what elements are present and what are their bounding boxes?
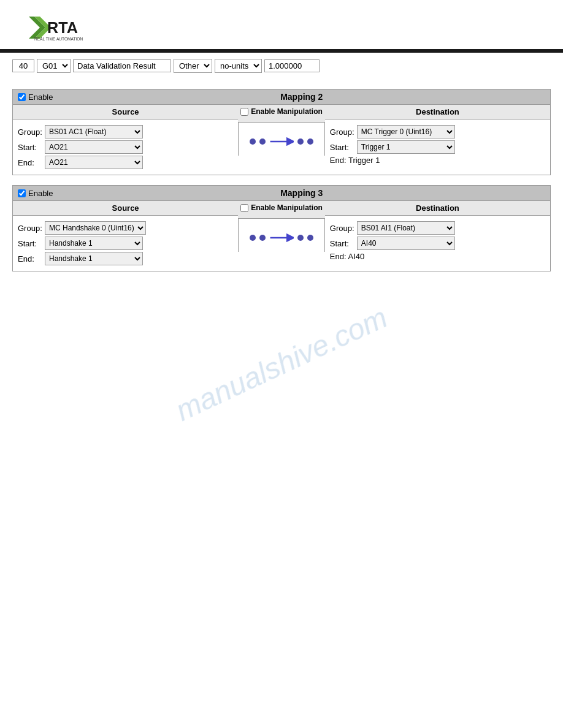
mapping3-manip-label: Enable Manipulation	[251, 203, 323, 212]
mapping2-manip-header: Enable Manipulation	[238, 105, 325, 123]
mapping3-header: Enable Mapping 3	[13, 186, 550, 200]
dot3	[297, 138, 304, 145]
mapping2-header: Enable Mapping 2	[13, 89, 550, 104]
mapping3-source-header: Source	[13, 201, 238, 216]
mapping2-manip-row: Enable Manipulation	[240, 107, 323, 116]
mapping3-dest-start-row: Start: AI40	[330, 237, 545, 250]
dot2	[259, 138, 266, 145]
dot1	[250, 138, 256, 145]
mapping3-source-group-label: Group:	[18, 224, 42, 233]
row-number: 40	[12, 59, 34, 72]
mapping3-arrow	[250, 229, 313, 247]
mapping3-dest-group-row: Group: BS01 AI1 (Float)	[330, 221, 545, 235]
mapping3-dest-end-label: End:	[330, 252, 347, 261]
mapping2-enable-label: Enable	[28, 93, 53, 102]
mapping2-source-start-label: Start:	[18, 143, 42, 152]
mapping3-card: Enable Mapping 3 Source Group: MC Handsh…	[12, 185, 551, 271]
mapping3-source: Group: MC Handshake 0 (Uint16) Start: Ha…	[13, 216, 238, 271]
mapping2-source-start-row: Start: AO21	[18, 140, 233, 154]
arrow-icon-2	[269, 229, 294, 247]
mapping3-dest-group-label: Group:	[330, 224, 354, 233]
type-select[interactable]: Other	[174, 59, 212, 73]
mapping3-checkbox[interactable]	[18, 189, 26, 197]
mapping2-source-end-row: End: AO21	[18, 156, 233, 169]
mapping3-title: Mapping 3	[58, 188, 545, 198]
mapping2-source-group-select[interactable]: BS01 AC1 (Float)	[45, 125, 143, 138]
mapping3-source-start-select[interactable]: Handshake 1	[45, 237, 143, 250]
mapping2-source-end-select[interactable]: AO21	[45, 156, 143, 169]
mapping2-dest-group-row: Group: MC Trigger 0 (Uint16)	[330, 125, 545, 138]
mapping2-columns: Source Group: BS01 AC1 (Float) Start: AO…	[13, 104, 550, 175]
mapping2-dest-end-label: End:	[330, 156, 347, 165]
mapping2-arrow	[250, 132, 313, 151]
header: RTA REAL TIME AUTOMATION	[0, 0, 563, 49]
mapping3-dest-end-row: End: AI40	[330, 252, 545, 261]
mapping3-source-start-row: Start: Handshake 1	[18, 237, 233, 250]
mapping3-dest-header: Destination	[325, 201, 550, 216]
dot6	[259, 235, 266, 241]
group-select[interactable]: G01	[37, 59, 71, 73]
mapping3-manip-header: Enable Manipulation	[238, 201, 325, 219]
mapping3-source-end-label: End:	[18, 254, 42, 264]
mapping2-arrow-area	[238, 123, 325, 156]
arrow-icon	[269, 132, 294, 151]
dot8	[307, 235, 313, 241]
mapping2-dest-group-select[interactable]: MC Trigger 0 (Uint16)	[357, 125, 455, 138]
mapping2-source: Group: BS01 AC1 (Float) Start: AO21 End:…	[13, 119, 238, 175]
mapping2-dest-end-value: Trigger 1	[348, 156, 380, 165]
mapping2-dest-start-row: Start: Trigger 1	[330, 140, 545, 154]
mapping2-source-group-label: Group:	[18, 127, 42, 137]
svg-text:REAL TIME AUTOMATION: REAL TIME AUTOMATION	[34, 37, 83, 41]
mapping3-dest-cell: Destination Group: BS01 AI1 (Float) Star…	[325, 201, 550, 271]
mapping2-manip-cell: Enable Manipulation	[238, 105, 325, 175]
mapping3-manip-checkbox[interactable]	[240, 204, 248, 212]
mapping2-source-group-row: Group: BS01 AC1 (Float)	[18, 125, 233, 138]
mapping2-dest-end-row: End: Trigger 1	[330, 156, 545, 165]
mapping2-title: Mapping 2	[58, 92, 545, 102]
mapping2-dest: Group: MC Trigger 0 (Uint16) Start: Trig…	[325, 119, 550, 170]
mapping2-dest-header: Destination	[325, 105, 550, 119]
dot7	[297, 235, 304, 241]
mapping2-manip-checkbox[interactable]	[240, 108, 248, 116]
rta-logo: RTA REAL TIME AUTOMATION	[12, 6, 86, 49]
mapping3-enable[interactable]: Enable	[18, 189, 53, 198]
mapping3-dest-end-value: AI40	[348, 252, 364, 261]
mapping2-enable[interactable]: Enable	[18, 93, 53, 102]
data-label: Data Validation Result	[73, 59, 171, 72]
logo: RTA REAL TIME AUTOMATION	[12, 6, 86, 49]
units-select[interactable]: no-units	[215, 59, 262, 73]
svg-text:RTA: RTA	[47, 19, 78, 36]
mapping3-enable-label: Enable	[28, 189, 53, 198]
mapping2-manip-label: Enable Manipulation	[251, 107, 323, 116]
mapping2-dest-cell: Destination Group: MC Trigger 0 (Uint16)…	[325, 105, 550, 175]
mapping3-dest: Group: BS01 AI1 (Float) Start: AI40 End:…	[325, 216, 550, 267]
mapping2-source-end-label: End:	[18, 158, 42, 167]
mapping3-manip-row: Enable Manipulation	[240, 203, 323, 212]
mapping3-manip-cell: Enable Manipulation	[238, 201, 325, 271]
mapping2-source-start-select[interactable]: AO21	[45, 140, 143, 154]
top-row: 40 G01 Data Validation Result Other no-u…	[0, 53, 563, 79]
mapping3-source-cell: Source Group: MC Handshake 0 (Uint16) St…	[13, 201, 238, 271]
mapping3-source-group-row: Group: MC Handshake 0 (Uint16)	[18, 221, 233, 235]
mapping2-dest-group-label: Group:	[330, 127, 354, 137]
mapping3-columns: Source Group: MC Handshake 0 (Uint16) St…	[13, 200, 550, 271]
mapping3-arrow-area	[238, 219, 325, 252]
mapping3-source-end-select[interactable]: Handshake 1	[45, 252, 143, 265]
mapping3-dest-start-label: Start:	[330, 239, 354, 248]
mapping3-source-group-select[interactable]: MC Handshake 0 (Uint16)	[45, 221, 146, 235]
mapping3-source-end-row: End: Handshake 1	[18, 252, 233, 265]
mapping3-dest-start-select[interactable]: AI40	[357, 237, 455, 250]
mapping2-dest-start-select[interactable]: Trigger 1	[357, 140, 455, 154]
mapping2-dest-start-label: Start:	[330, 143, 354, 152]
mapping2-source-header-cell: Source Group: BS01 AC1 (Float) Start: AO…	[13, 105, 238, 175]
mapping3-dest-group-select[interactable]: BS01 AI1 (Float)	[357, 221, 455, 235]
value-box: 1.000000	[264, 59, 320, 72]
mapping3-source-start-label: Start:	[18, 239, 42, 248]
mapping2-checkbox[interactable]	[18, 93, 26, 101]
dot4	[307, 138, 313, 145]
mapping2-source-header: Source	[13, 105, 238, 119]
mapping2-card: Enable Mapping 2 Source Group: BS01 AC1 …	[12, 89, 551, 175]
dot5	[250, 235, 256, 241]
